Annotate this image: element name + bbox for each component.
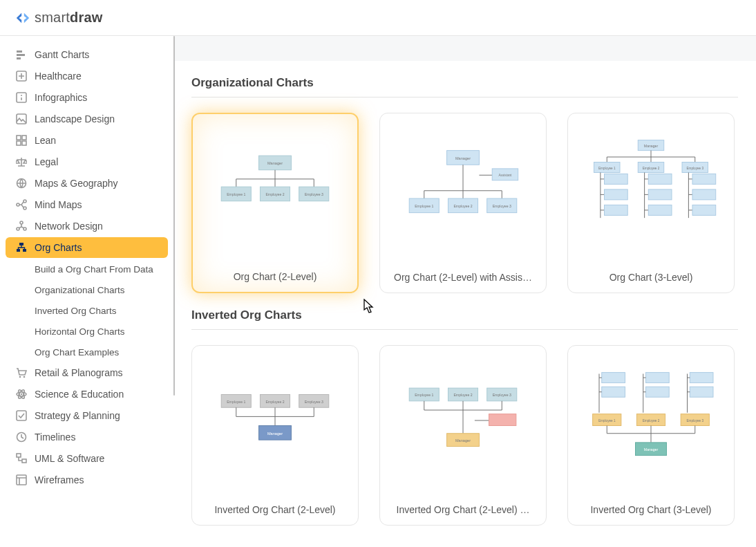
svg-rect-78 <box>489 414 516 425</box>
sidebar-sub-inverted-org-charts[interactable]: Inverted Org Charts <box>6 300 168 321</box>
sidebar-item-retail-planograms[interactable]: Retail & Planograms <box>6 362 168 383</box>
svg-text:Employee 3: Employee 3 <box>493 204 511 208</box>
branch-icon <box>15 198 28 211</box>
template-thumbnail: ManagerAssistantEmployee 1Employee 2Empl… <box>380 113 546 262</box>
sidebar-item-mind-maps[interactable]: Mind Maps <box>6 194 168 215</box>
gantt-icon <box>15 48 28 61</box>
svg-rect-58 <box>648 189 672 199</box>
section-inverted-org-charts: Inverted Org ChartsEmployee 1Employee 2E… <box>191 308 738 526</box>
sidebar-sub-organizational-charts[interactable]: Organizational Charts <box>6 279 168 300</box>
template-card[interactable]: Employee 1Employee 2Employee 3ManagerInv… <box>379 345 547 526</box>
template-thumbnail: ManagerEmployee 1Employee 2Employee 3 <box>193 114 357 261</box>
sidebar-item-maps-geography[interactable]: Maps & Geography <box>6 173 168 194</box>
template-thumbnail: Employee 1Employee 2Employee 3Manager <box>568 346 734 494</box>
section-title: Inverted Org Charts <box>191 308 738 330</box>
svg-text:Manager: Manager <box>644 143 659 147</box>
template-card[interactable]: Employee 1Employee 2Employee 3ManagerInv… <box>191 345 359 526</box>
sidebar-item-label: Network Design <box>35 221 103 232</box>
svg-text:Employee 3: Employee 3 <box>686 418 703 422</box>
sidebar-sub-horizontal-org-charts[interactable]: Horizontal Org Charts <box>6 321 168 342</box>
info-square-icon <box>15 91 28 104</box>
grid-icon <box>15 134 28 147</box>
sidebar-item-label: Retail & Planograms <box>35 367 123 378</box>
svg-text:Employee 3: Employee 3 <box>305 399 323 403</box>
template-thumbnail: Employee 1Employee 2Employee 3Manager <box>192 346 358 494</box>
sidebar-item-org-charts[interactable]: Org Charts <box>6 237 168 258</box>
svg-rect-9 <box>17 141 21 145</box>
sidebar-item-label: Wireframes <box>35 474 84 485</box>
template-label: Inverted Org Chart (3-Level) <box>568 494 734 525</box>
sidebar-item-label: Legal <box>35 156 58 167</box>
svg-text:Employee 3: Employee 3 <box>305 192 323 196</box>
sidebar-item-lean[interactable]: Lean <box>6 130 168 151</box>
svg-text:Employee 2: Employee 2 <box>265 192 284 196</box>
toolbar-stripe <box>173 36 756 61</box>
svg-rect-0 <box>17 50 22 53</box>
sidebar-item-strategy-planning[interactable]: Strategy & Planning <box>6 405 168 426</box>
svg-rect-55 <box>605 189 628 199</box>
svg-rect-31 <box>17 475 26 485</box>
svg-rect-8 <box>22 136 26 140</box>
template-card[interactable]: ManagerEmployee 1Employee 2Employee 3Org… <box>567 113 735 293</box>
svg-text:Employee 1: Employee 1 <box>227 399 245 403</box>
svg-rect-27 <box>17 411 26 420</box>
svg-rect-20 <box>23 249 26 252</box>
wire-icon <box>15 474 28 486</box>
org-icon <box>15 241 28 254</box>
sidebar-sub-build-a-org-chart-from-data[interactable]: Build a Org Chart From Data <box>6 259 168 279</box>
sidebar-item-healthcare[interactable]: Healthcare <box>6 66 168 86</box>
sidebar-item-label: Gantt Charts <box>35 49 89 60</box>
sidebar-sub-org-chart-examples[interactable]: Org Chart Examples <box>6 342 168 362</box>
svg-text:Employee 1: Employee 1 <box>598 418 616 422</box>
sidebar-item-label: Mind Maps <box>35 199 82 210</box>
template-card[interactable]: ManagerAssistantEmployee 1Employee 2Empl… <box>379 113 547 293</box>
svg-text:Employee 1: Employee 1 <box>227 192 245 196</box>
svg-rect-85 <box>602 387 625 397</box>
sidebar-item-network-design[interactable]: Network Design <box>6 216 168 237</box>
clock-icon <box>15 431 28 443</box>
svg-text:Employee 2: Employee 2 <box>643 418 660 422</box>
sidebar-item-infographics[interactable]: Infographics <box>6 87 168 108</box>
logo[interactable]: smartdraw <box>15 10 102 26</box>
sidebar-item-label: Timelines <box>35 432 75 443</box>
svg-text:Manager: Manager <box>455 438 471 442</box>
logo-icon <box>15 10 30 26</box>
svg-text:Employee 3: Employee 3 <box>493 393 511 397</box>
svg-text:Manager: Manager <box>267 161 283 165</box>
sidebar-item-label: Strategy & Planning <box>35 410 120 421</box>
globe-icon <box>15 177 28 189</box>
svg-text:Employee 1: Employee 1 <box>598 166 616 169</box>
boxes-icon <box>15 452 28 465</box>
svg-point-22 <box>23 376 26 378</box>
svg-text:Employee 2: Employee 2 <box>453 204 472 208</box>
template-card[interactable]: Employee 1Employee 2Employee 3ManagerInv… <box>567 345 735 526</box>
svg-text:Manager: Manager <box>455 156 471 160</box>
sidebar-item-landscape-design[interactable]: Landscape Design <box>6 109 168 129</box>
svg-rect-54 <box>605 174 628 184</box>
sidebar-item-wireframes[interactable]: Wireframes <box>6 470 168 490</box>
template-thumbnail: ManagerEmployee 1Employee 2Employee 3 <box>568 113 734 262</box>
sidebar-item-label: Healthcare <box>35 71 82 82</box>
svg-text:Employee 1: Employee 1 <box>415 393 433 397</box>
sidebar-item-label: Lean <box>35 135 56 146</box>
sidebar-item-gantt-charts[interactable]: Gantt Charts <box>6 44 168 65</box>
sidebar-item-legal[interactable]: Legal <box>6 151 168 172</box>
template-card[interactable]: ManagerEmployee 1Employee 2Employee 3Org… <box>191 113 359 293</box>
svg-text:Manager: Manager <box>644 447 659 452</box>
sidebar-item-uml-software[interactable]: UML & Software <box>6 448 168 469</box>
sidebar-item-timelines[interactable]: Timelines <box>6 427 168 447</box>
svg-rect-56 <box>605 205 628 215</box>
svg-text:Employee 2: Employee 2 <box>453 393 472 397</box>
svg-text:Assistant: Assistant <box>498 174 512 177</box>
svg-rect-29 <box>17 454 21 457</box>
network-icon <box>15 220 28 232</box>
template-label: Org Chart (3-Level) <box>568 262 734 293</box>
sidebar[interactable]: Gantt ChartsHealthcareInfographicsLandsc… <box>0 36 173 547</box>
section-title: Organizational Charts <box>191 76 738 98</box>
svg-text:Employee 3: Employee 3 <box>686 166 703 169</box>
sidebar-item-science-education[interactable]: Science & Education <box>6 384 168 405</box>
svg-rect-89 <box>690 387 713 397</box>
template-label: Org Chart (2-Level) <box>193 261 357 292</box>
svg-text:Employee 2: Employee 2 <box>265 399 284 403</box>
svg-text:Employee 1: Employee 1 <box>415 204 433 208</box>
